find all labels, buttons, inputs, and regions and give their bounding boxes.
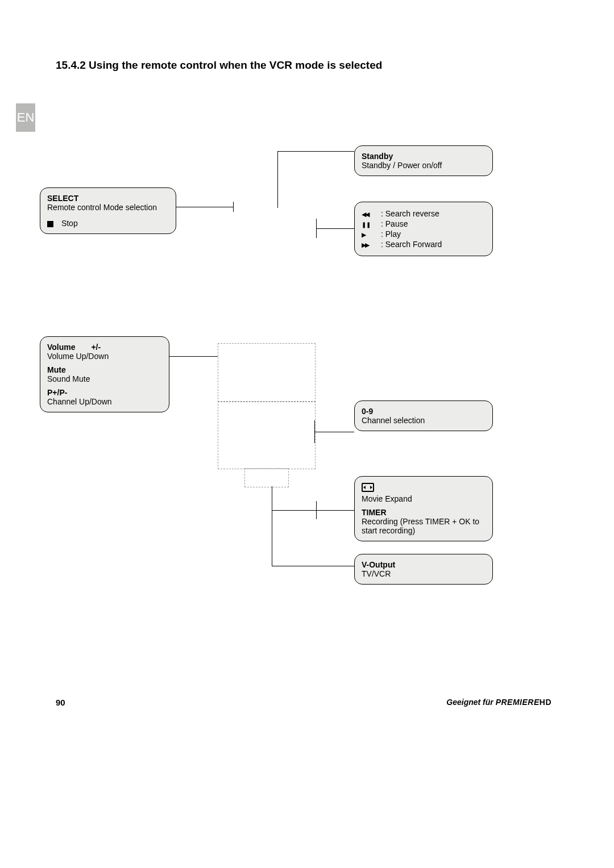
movie-expand-icon [362, 483, 374, 492]
footer-brand-hd: HD [540, 698, 551, 707]
transport-fwd: : Search Forward [381, 240, 442, 249]
connector [277, 151, 354, 152]
callout-transport: : Search reverse : Pause : Play : Search… [354, 202, 493, 256]
mute-title: Mute [47, 365, 162, 374]
page-number: 90 [56, 698, 65, 707]
connector [314, 420, 315, 443]
select-stop-label: Stop [61, 219, 78, 228]
timer-title: TIMER [362, 508, 486, 517]
connector [176, 207, 233, 207]
transport-pause: : Pause [381, 219, 408, 228]
voutput-title: V-Output [362, 560, 486, 569]
stop-icon [47, 221, 53, 227]
pause-icon [362, 220, 375, 228]
timer-desc: Recording (Press TIMER + OK to start rec… [362, 517, 486, 535]
callout-voutput: V-Output TV/VCR [354, 554, 493, 585]
select-desc: Remote control Mode selection [47, 203, 169, 212]
connector [277, 151, 278, 208]
callout-select: SELECT Remote control Mode selection Sto… [40, 187, 176, 234]
section-heading: 15.4.2 Using the remote control when the… [56, 59, 382, 72]
transport-rew: : Search reverse [381, 209, 439, 218]
movie-expand-label: Movie Expand [362, 494, 486, 503]
transport-play: : Play [381, 229, 401, 239]
voutput-desc: TV/VCR [362, 569, 486, 578]
remote-placeholder-top [218, 343, 316, 402]
volume-suffix: +/- [91, 343, 101, 352]
callout-standby: Standby Standby / Power on/off [354, 145, 493, 176]
connector [316, 501, 317, 519]
digits-desc: Channel selection [362, 416, 486, 425]
connector [272, 566, 354, 566]
connector [233, 202, 234, 212]
callout-volume: Volume +/- Volume Up/Down Mute Sound Mut… [40, 336, 169, 412]
select-title: SELECT [47, 194, 169, 203]
remote-placeholder-bottom [218, 401, 316, 469]
play-icon [362, 230, 375, 239]
p-desc: Channel Up/Down [47, 397, 162, 406]
connector [316, 228, 354, 229]
connector [316, 219, 317, 238]
callout-digits: 0-9 Channel selection [354, 400, 493, 431]
language-tab: EN [16, 103, 35, 132]
footer-right: Geeignet für PREMIEREHD [446, 698, 551, 707]
rewind-icon [362, 210, 375, 218]
footer-brand: PREMIERE [496, 698, 540, 707]
connector [316, 510, 354, 511]
connector [169, 356, 218, 357]
connector [272, 510, 316, 511]
p-title: P+/P- [47, 388, 162, 397]
mute-desc: Sound Mute [47, 374, 162, 383]
connector [272, 486, 272, 566]
digits-title: 0-9 [362, 407, 486, 416]
connector [314, 432, 354, 432]
standby-title: Standby [362, 152, 486, 161]
forward-icon [362, 240, 375, 249]
callout-timer: Movie Expand TIMER Recording (Press TIME… [354, 476, 493, 541]
standby-desc: Standby / Power on/off [362, 161, 486, 170]
volume-desc: Volume Up/Down [47, 352, 162, 361]
volume-title: Volume [47, 343, 76, 352]
remote-placeholder-tab [244, 468, 289, 487]
footer-suitable: Geeignet für [446, 698, 493, 707]
